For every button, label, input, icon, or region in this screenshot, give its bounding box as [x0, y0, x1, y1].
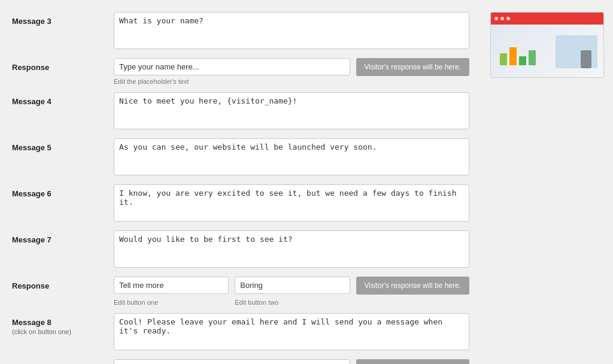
label-main-response-2: Response	[12, 281, 114, 290]
label-col-response-2: Response	[12, 277, 114, 290]
response-input-response-3[interactable]	[114, 359, 350, 364]
input-col-message-3	[114, 12, 469, 51]
input-col-message-4	[114, 92, 469, 131]
textarea-message-3[interactable]	[114, 12, 469, 49]
button-pair-response-2	[114, 277, 350, 294]
thumbnail-area	[481, 6, 613, 364]
input-col-message-5	[114, 138, 469, 177]
label-main-message-3: Message 3	[12, 17, 114, 26]
response-row-response-3: Edit the placeholder's textVisitor's res…	[114, 359, 469, 364]
label-main-message-4: Message 4	[12, 97, 114, 106]
button1-input-response-2[interactable]	[114, 277, 229, 294]
row-response-2: ResponseEdit button oneEdit button twoVi…	[12, 277, 469, 306]
response-input-wrap-response-1: Edit the placeholder's text	[114, 58, 350, 85]
label-main-message-6: Message 6	[12, 189, 114, 198]
row-message-4: Message 4	[12, 92, 469, 131]
textarea-message-4[interactable]	[114, 92, 469, 129]
label-col-message-3: Message 3	[12, 12, 114, 26]
button1-hint-response-2: Edit button one	[114, 299, 229, 306]
button-pair-wrap-response-2: Edit button oneEdit button two	[114, 277, 350, 306]
row-message-7: Message 7	[12, 230, 469, 269]
textarea-message-5[interactable]	[114, 138, 469, 175]
label-col-response-1: Response	[12, 58, 114, 72]
visitor-response-btn-response-1[interactable]: Visitor's response will be here.	[356, 58, 469, 76]
visitor-response-btn-response-3[interactable]: Visitor's response will be here.	[356, 359, 469, 364]
label-main-message-5: Message 5	[12, 143, 114, 152]
label-col-message-8: Message 8(click on button one)	[12, 313, 114, 335]
row-message-6: Message 6	[12, 184, 469, 223]
button-pair-hints-response-2: Edit button oneEdit button two	[114, 296, 350, 306]
preview-thumbnail	[490, 12, 604, 78]
input-col-message-6	[114, 184, 469, 223]
row-message-3: Message 3	[12, 12, 469, 51]
row-message-8: Message 8(click on button one)	[12, 313, 469, 352]
textarea-message-6[interactable]	[114, 184, 469, 222]
button2-input-response-2[interactable]	[235, 277, 350, 294]
input-col-response-1: Edit the placeholder's textVisitor's res…	[114, 58, 469, 85]
row-message-5: Message 5	[12, 138, 469, 177]
button2-hint-response-2: Edit button two	[235, 299, 350, 306]
button1-item-response-2	[114, 277, 229, 294]
label-col-message-7: Message 7	[12, 230, 114, 244]
label-col-message-6: Message 6	[12, 184, 114, 198]
response-input-wrap-response-3: Edit the placeholder's text	[114, 359, 350, 364]
input-col-response-3: Edit the placeholder's textVisitor's res…	[114, 359, 469, 364]
button2-item-response-2	[235, 277, 350, 294]
label-col-message-4: Message 4	[12, 92, 114, 106]
form-area: Message 3ResponseEdit the placeholder's …	[0, 6, 481, 364]
response-row-response-1: Edit the placeholder's textVisitor's res…	[114, 58, 469, 85]
input-col-response-2: Edit button oneEdit button twoVisitor's …	[114, 277, 469, 306]
input-col-message-8	[114, 313, 469, 352]
label-col-response-3: Response	[12, 359, 114, 364]
visitor-response-btn-response-2[interactable]: Visitor's response will be here.	[356, 277, 469, 295]
hint-response-1: Edit the placeholder's text	[114, 78, 350, 85]
input-col-message-7	[114, 230, 469, 269]
response-input-response-1[interactable]	[114, 58, 350, 75]
row-response-3: ResponseEdit the placeholder's textVisit…	[12, 359, 469, 364]
response-row-response-2: Edit button oneEdit button twoVisitor's …	[114, 277, 469, 306]
label-col-message-5: Message 5	[12, 138, 114, 152]
row-response-1: ResponseEdit the placeholder's textVisit…	[12, 58, 469, 85]
label-main-message-7: Message 7	[12, 235, 114, 244]
label-main-response-1: Response	[12, 63, 114, 72]
label-main-message-8: Message 8	[12, 318, 114, 327]
label-sub-message-8: (click on button one)	[12, 328, 114, 335]
textarea-message-8[interactable]	[114, 313, 469, 350]
textarea-message-7[interactable]	[114, 230, 469, 268]
